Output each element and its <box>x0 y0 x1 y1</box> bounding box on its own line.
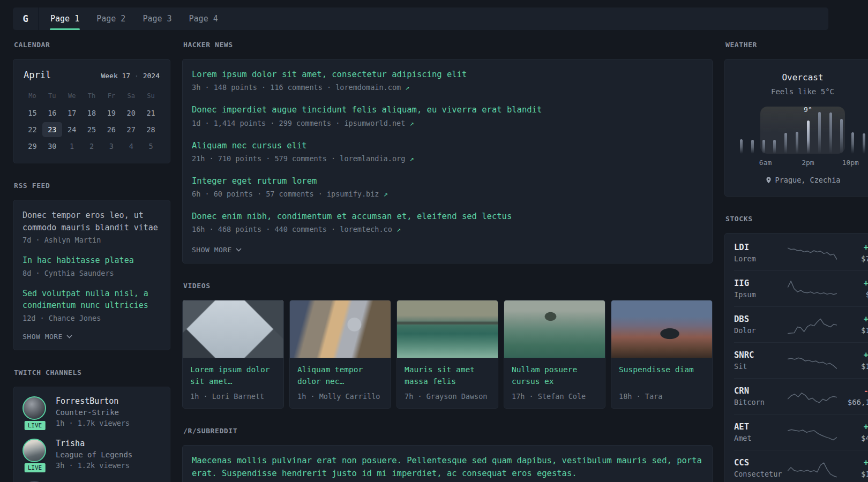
twitch-avatar-wrap: LIVE <box>23 439 47 470</box>
stock-ticker: AET <box>734 422 783 432</box>
channel-avatar <box>23 396 46 420</box>
rss-show-more-button[interactable]: SHOW MORE <box>23 333 161 341</box>
stock-id: SNRCSit <box>734 350 783 371</box>
stock-row[interactable]: DBSDolor+1.42%$156.28 <box>734 306 868 342</box>
video-card[interactable]: Lorem ipsum dolor sit amet consectetu…1h… <box>182 300 284 409</box>
video-title-link[interactable]: Lorem ipsum dolor sit amet consectetu… <box>190 364 276 388</box>
hn-item-meta: 3h · 148 points · 116 comments · loremdo… <box>192 83 703 92</box>
weather-feels-like: Feels like 5°C <box>735 87 868 96</box>
stock-row[interactable]: CCSConsectetur+0.51%$165.84 <box>734 450 868 482</box>
calendar-card: April Week 17 · 2024 MoTuWeThFrSaSu15161… <box>13 59 170 163</box>
video-card[interactable]: Nullam posuere cursus ex17h · Stefan Col… <box>504 300 605 409</box>
video-card[interactable]: Mauris sit amet massa felis7h · Grayson … <box>396 300 498 409</box>
weather-bars <box>740 107 865 154</box>
tab-page-2[interactable]: Page 2 <box>88 7 134 30</box>
calendar-day: 23 <box>42 122 62 137</box>
weather-time-label: 10pm <box>842 159 859 167</box>
chevron-down-icon <box>236 248 242 252</box>
twitch-section-title: TWITCH CHANNELS <box>14 368 170 376</box>
external-link-icon: ↗ <box>405 83 409 92</box>
videos-section-title: VIDEOS <box>183 282 713 290</box>
weather-bar <box>773 140 776 154</box>
subreddit-item: Maecenas mollis pulvinar erat non posuer… <box>192 455 703 482</box>
calendar-day-header: Sa <box>121 90 141 104</box>
video-info: Aliquam tempor dolor nec pharetra…1h · M… <box>290 358 391 408</box>
twitch-channel-row[interactable]: LIVEForrestBurtonCounter-Strike1h · 1.7k… <box>23 396 161 427</box>
stock-row[interactable]: CRNBitcorn-1.00%$66,171.48 <box>734 378 868 414</box>
video-info: Nullam posuere cursus ex17h · Stefan Col… <box>504 358 605 408</box>
twitch-channel-info: TrishaLeague of Legends3h · 1.2k viewers <box>56 439 132 470</box>
calendar-day: 21 <box>141 106 161 120</box>
stock-sparkline <box>788 242 837 263</box>
hn-item-meta: 6h · 60 points · 57 comments · ipsumify.… <box>192 190 703 198</box>
video-thumbnail <box>397 300 498 358</box>
video-title-link[interactable]: Nullam posuere cursus ex <box>512 364 597 388</box>
video-card[interactable]: Aliquam tempor dolor nec pharetra…1h · M… <box>289 300 391 409</box>
video-meta: 17h · Stefan Cole <box>512 392 597 401</box>
map-pin-icon <box>765 176 772 184</box>
tab-page-1[interactable]: Page 1 <box>42 7 88 30</box>
stock-sparkline <box>788 457 837 479</box>
stocks-section-title: STOCKS <box>725 215 868 223</box>
stock-price: $499.72 <box>841 434 868 442</box>
stock-price: $156.28 <box>841 326 868 335</box>
stock-row[interactable]: SNRCSit+1.36%$148.64 <box>734 342 868 378</box>
weather-time-label: 6am <box>759 159 772 167</box>
hn-show-more-button[interactable]: SHOW MORE <box>192 246 703 254</box>
video-title-link[interactable]: Mauris sit amet massa felis <box>405 364 490 388</box>
calendar-year: 2024 <box>143 72 160 80</box>
rss-item-link[interactable]: In hac habitasse platea <box>23 254 161 267</box>
hn-item-domain-link[interactable]: ipsumworld.net ↗ <box>344 119 414 127</box>
hn-item: Donec enim nibh, condimentum et accumsan… <box>192 210 703 234</box>
rss-section: RSS FEED Donec tempor eros leo, ut commo… <box>13 182 170 350</box>
hn-item-domain-link[interactable]: loremlandia.org ↗ <box>340 154 414 163</box>
channel-meta: 1h · 1.7k viewers <box>56 419 130 427</box>
stock-change: +1.36% <box>841 350 868 360</box>
hn-show-more-label: SHOW MORE <box>192 246 232 254</box>
stock-sparkline <box>788 350 837 371</box>
stock-row[interactable]: IIGIpsum+2.84%$42.04 <box>734 270 868 306</box>
weather-bar <box>751 140 754 154</box>
stock-change: +2.84% <box>841 278 868 288</box>
stock-row[interactable]: AETAmet+0.92%$499.72 <box>734 414 868 450</box>
rss-item-link[interactable]: Sed volutpat nulla nisl, a condimentum n… <box>23 288 161 312</box>
twitch-avatar-wrap: LIVE <box>23 396 47 427</box>
subreddit-item-link[interactable]: Maecenas mollis pulvinar erat non posuer… <box>192 455 703 480</box>
stock-change: +0.92% <box>841 422 868 432</box>
stock-id: DBSDolor <box>734 314 783 335</box>
rss-item-link[interactable]: Donec tempor eros leo, ut commodo mauris… <box>23 209 161 234</box>
rss-item-meta: 12d · Chance Jones <box>23 314 161 322</box>
video-title-link[interactable]: Suspendisse diam <box>619 364 705 388</box>
tab-page-3[interactable]: Page 3 <box>134 7 180 30</box>
hn-item-link[interactable]: Integer eget rutrum lorem <box>192 175 703 187</box>
hn-item-domain-link[interactable]: ipsumify.biz ↗ <box>327 190 388 198</box>
calendar-day-header: We <box>62 90 82 104</box>
stock-change: +1.42% <box>841 314 868 324</box>
right-column: WEATHER Overcast Feels like 5°C 9° 6am2p… <box>724 41 868 482</box>
hn-item-link[interactable]: Donec imperdiet augue tincidunt felis al… <box>192 104 703 116</box>
calendar-day: 29 <box>23 139 42 154</box>
hn-item-domain-link[interactable]: loremdomain.com ↗ <box>335 83 409 92</box>
hn-item-domain-link[interactable]: loremtech.co ↗ <box>340 225 401 234</box>
weather-bar <box>863 133 865 154</box>
stock-ticker: SNRC <box>734 350 783 360</box>
video-card[interactable]: Suspendisse diam18h · Tara <box>611 300 713 409</box>
weather-bar <box>829 112 832 154</box>
weather-bar <box>784 133 787 154</box>
hn-item-link[interactable]: Donec enim nibh, condimentum et accumsan… <box>192 210 703 223</box>
video-title-link[interactable]: Aliquam tempor dolor nec pharetra… <box>297 364 383 388</box>
hn-item-link[interactable]: Aliquam nec cursus elit <box>192 140 703 152</box>
tab-page-4[interactable]: Page 4 <box>181 7 227 30</box>
stock-row[interactable]: LDILorem+4.35%$795.18 <box>734 235 868 270</box>
calendar-day-header: Su <box>141 90 161 104</box>
video-meta: 1h · Molly Carrillo <box>297 392 383 401</box>
weather-bar <box>851 132 854 154</box>
left-column: CALENDAR April Week 17 · 2024 MoTuWeThFr… <box>13 41 170 482</box>
twitch-channel-row[interactable]: LIVETrishaLeague of Legends3h · 1.2k vie… <box>23 439 161 470</box>
stock-sparkline <box>788 421 837 443</box>
calendar-day-header: Tu <box>42 90 62 104</box>
calendar-day: 4 <box>121 139 141 154</box>
calendar-day-header: Th <box>82 90 102 104</box>
hn-item-link[interactable]: Lorem ipsum dolor sit amet, consectetur … <box>192 69 703 81</box>
weather-section-title: WEATHER <box>725 41 868 49</box>
